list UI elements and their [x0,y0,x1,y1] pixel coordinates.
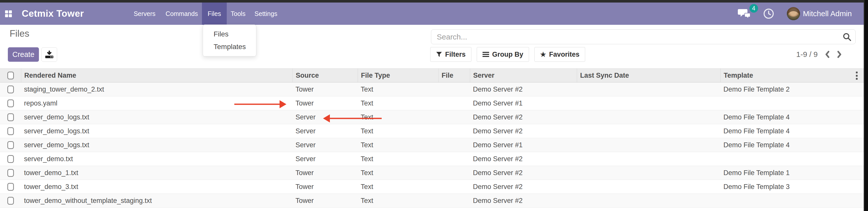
cell-last-sync-date [577,83,720,96]
table-row[interactable]: tower_demo_3.txt Tower Text Demo Server … [0,180,864,194]
cell-template [720,152,864,166]
cell-last-sync-date [577,124,720,138]
user-avatar[interactable] [787,7,800,20]
row-checkbox[interactable] [7,113,14,121]
column-header-server[interactable]: Server [470,68,577,82]
table-header: Rendered Name Source File Type File Serv… [0,68,864,83]
row-checkbox-cell [0,152,21,166]
export-button[interactable] [41,47,57,62]
row-checkbox[interactable] [7,155,14,163]
cell-server: Demo Server #2 [470,152,577,166]
view-controls: Filters Group By ★ Favorites [430,47,585,62]
search-icon[interactable] [842,32,851,41]
filters-label: Filters [445,51,466,58]
cell-last-sync-date [577,110,720,124]
cell-rendered-name: staging_tower_demo_2.txt [21,83,292,96]
apps-grid-icon[interactable] [5,10,12,17]
cell-file [438,83,470,96]
optional-columns-icon[interactable] [856,71,858,80]
user-name[interactable]: Mitchell Admin [803,9,852,18]
nav-item-servers[interactable]: Servers [128,3,161,25]
row-checkbox[interactable] [7,99,14,107]
cell-server: Demo Server #2 [470,83,577,96]
app-window: Cetmix Tower Servers Commands Files Tool… [0,0,868,211]
column-header-file-type[interactable]: File Type [358,68,438,82]
row-checkbox-cell [0,138,21,152]
table-row[interactable]: tower_demo_without_template_staging.txt … [0,194,864,208]
column-header-rendered-name[interactable]: Rendered Name [21,68,292,82]
cell-server: Demo Server #2 [470,110,577,124]
messages-button[interactable]: 4 [738,8,751,20]
row-checkbox[interactable] [7,197,14,205]
cell-server: Demo Server #1 [470,138,577,152]
star-icon: ★ [540,51,546,58]
pager-next-button[interactable] [837,51,842,58]
pager-previous-button[interactable] [825,51,830,58]
main-menu: Servers Commands Files Tools Settings [128,3,282,25]
table-row[interactable]: server_demo.txt Server Text Demo Server … [0,152,864,166]
row-checkbox[interactable] [7,169,14,177]
filter-funnel-icon [436,51,442,57]
pager: 1-9 / 9 [796,50,842,59]
column-header-source[interactable]: Source [292,68,358,82]
row-checkbox-cell [0,166,21,180]
chevron-right-icon [837,51,842,58]
window-top-edge [0,0,868,3]
dropdown-item-files[interactable]: Files [203,28,256,40]
row-checkbox[interactable] [7,86,14,93]
cell-file [438,96,470,110]
filters-button[interactable]: Filters [430,47,471,62]
cell-file-type: Text [358,96,438,110]
row-checkbox[interactable] [7,127,14,135]
row-checkbox[interactable] [7,183,14,191]
cell-template [720,96,864,110]
clock-icon[interactable] [763,8,774,19]
group-by-lines-icon [483,51,489,57]
favorites-button[interactable]: ★ Favorites [534,47,585,62]
cell-source: Server [292,124,358,138]
cell-server: Demo Server #2 [470,124,577,138]
table-row[interactable]: server_demo_logs.txt Server Text Demo Se… [0,124,864,138]
download-tray-icon [45,51,54,59]
cell-source: Tower [292,96,358,110]
nav-item-settings[interactable]: Settings [249,3,282,25]
table-row[interactable]: repos.yaml Tower Text Demo Server #1 [0,96,864,110]
column-header-last-sync-date[interactable]: Last Sync Date [577,68,720,82]
cell-source: Tower [292,166,358,180]
search-input[interactable] [431,29,856,44]
navbar-right: 4 Mitchell Admin [738,7,868,20]
table-row[interactable]: server_demo_logs.txt Server Text Demo Se… [0,110,864,124]
chevron-left-icon [825,51,830,58]
cell-file [438,138,470,152]
dropdown-item-templates[interactable]: Templates [203,40,256,53]
table-row[interactable]: tower_demo_1.txt Tower Text Demo Server … [0,166,864,180]
cell-file [438,152,470,166]
column-header-template[interactable]: Template [720,68,864,82]
pager-range: 1-9 / 9 [796,50,818,59]
select-all-checkbox[interactable] [7,71,14,80]
cell-rendered-name: server_demo_logs.txt [21,138,292,152]
cell-file-type: Text [358,138,438,152]
group-by-button[interactable]: Group By [477,47,529,62]
row-checkbox-cell [0,96,21,110]
row-checkbox[interactable] [7,141,14,149]
table-row[interactable]: staging_tower_demo_2.txt Tower Text Demo… [0,83,864,96]
cell-file-type: Text [358,194,438,207]
cell-file-type: Text [358,83,438,96]
cell-template: Demo File Template 2 [720,83,864,96]
cell-template: Demo File Template 1 [720,166,864,180]
select-all-cell [0,68,21,82]
nav-item-tools[interactable]: Tools [227,3,249,25]
create-button[interactable]: Create [8,47,39,62]
annotation-arrow-left [323,114,382,122]
files-list-table: Rendered Name Source File Type File Serv… [0,68,864,208]
cell-template [720,194,864,207]
nav-item-files[interactable]: Files [202,3,227,25]
cell-source: Tower [292,194,358,207]
column-header-file[interactable]: File [438,68,470,82]
nav-item-commands[interactable]: Commands [161,3,202,25]
breadcrumb-page-title: Files [10,28,29,39]
cell-last-sync-date [577,166,720,180]
cell-last-sync-date [577,138,720,152]
table-row[interactable]: server_demo_logs.txt Server Text Demo Se… [0,138,864,152]
